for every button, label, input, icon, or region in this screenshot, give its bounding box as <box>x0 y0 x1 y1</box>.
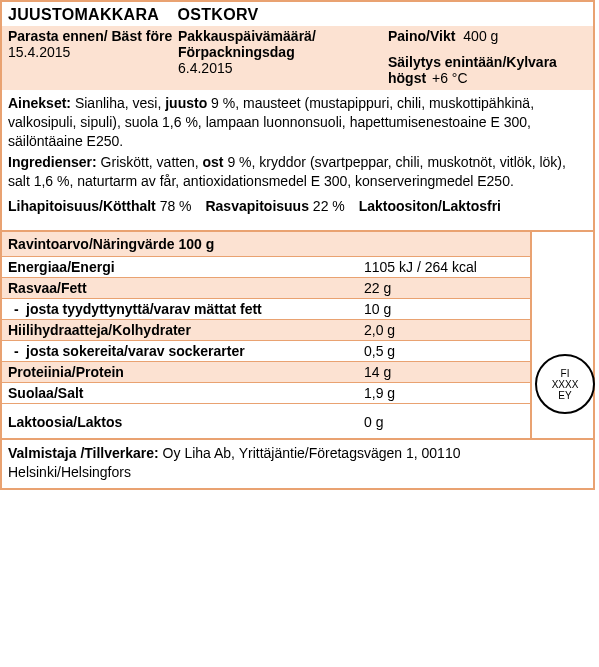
manufacturer-label: Valmistaja /Tillverkare: <box>8 445 159 461</box>
stamp-line-1: FI <box>561 368 570 379</box>
packdate-value: 6.4.2015 <box>178 60 388 76</box>
nutrition-sublabel: josta tyydyttynyttä/varav mättat fett <box>8 301 364 317</box>
storage-label: Säilytys enintään/Kylvara högst <box>388 54 557 86</box>
fat-value: 22 % <box>313 198 345 214</box>
fat-label: Rasvapitoisuus <box>205 198 308 214</box>
nutrition-row: josta tyydyttynyttä/varav mättat fett10 … <box>2 298 530 319</box>
header-block: Parasta ennen/ Bäst före 15.4.2015 Pakka… <box>2 26 593 90</box>
bestbefore-value: 15.4.2015 <box>8 44 178 60</box>
percentages-row: Lihapitoisuus/Kötthalt 78 % Rasvapitoisu… <box>2 196 593 220</box>
title-sv: OSTKORV <box>178 6 259 23</box>
nutrition-value: 22 g <box>364 280 524 296</box>
meat-value: 78 % <box>160 198 192 214</box>
nutrition-label: Energiaa/Energi <box>8 259 364 275</box>
nutrition-header: Ravintoarvo/Näringvärde 100 g <box>2 232 530 256</box>
nutrition-label: Proteiinia/Protein <box>8 364 364 380</box>
packdate-col: Pakkauspäivämäärä/ Förpackningsdag 6.4.2… <box>178 28 388 86</box>
ingredients-block: Ainekset: Sianliha, vesi, juusto 9 %, ma… <box>2 90 593 196</box>
nutrition-row: Rasvaa/Fett22 g <box>2 277 530 298</box>
nutrition-block: Ravintoarvo/Näringvärde 100 g Energiaa/E… <box>2 230 593 440</box>
identification-stamp: FI XXXX EY <box>535 354 595 414</box>
lactose-label: Laktoosia/Laktos <box>8 414 364 430</box>
nutrition-value: 0,5 g <box>364 343 524 359</box>
bestbefore-col: Parasta ennen/ Bäst före 15.4.2015 <box>8 28 178 86</box>
weight-value: 400 g <box>463 28 498 44</box>
nutrition-row: Suolaa/Salt1,9 g <box>2 382 530 403</box>
nutrition-row: Hiilihydraatteja/Kolhydrater2,0 g <box>2 319 530 340</box>
weight-label: Paino/Vikt <box>388 28 455 44</box>
nutrition-sublabel: josta sokereita/varav sockerarter <box>8 343 364 359</box>
nutrition-value: 1,9 g <box>364 385 524 401</box>
ingredients-fi: Ainekset: Sianliha, vesi, juusto 9 %, ma… <box>8 94 587 151</box>
nutrition-value: 1105 kJ / 264 kcal <box>364 259 524 275</box>
nutrition-row: josta sokereita/varav sockerarter0,5 g <box>2 340 530 361</box>
title-fi: JUUSTOMAKKARA <box>8 6 159 23</box>
lactosefree-label: Laktoositon/Laktosfri <box>359 198 501 214</box>
nutrition-value: 10 g <box>364 301 524 317</box>
nutrition-row: Energiaa/Energi1105 kJ / 264 kcal <box>2 256 530 277</box>
nutrition-value: 14 g <box>364 364 524 380</box>
nutrition-value: 2,0 g <box>364 322 524 338</box>
nutrition-label: Hiilihydraatteja/Kolhydrater <box>8 322 364 338</box>
lactose-value: 0 g <box>364 414 524 430</box>
nutrition-label: Suolaa/Salt <box>8 385 364 401</box>
ingredients-sv-label: Ingredienser: <box>8 154 97 170</box>
meat-label: Lihapitoisuus/Kötthalt <box>8 198 156 214</box>
nutrition-label: Rasvaa/Fett <box>8 280 364 296</box>
packdate-label: Pakkauspäivämäärä/ Förpackningsdag <box>178 28 388 60</box>
manufacturer-block: Valmistaja /Tillverkare: Oy Liha Ab, Yri… <box>2 440 593 488</box>
storage-value: +6 °C <box>432 70 468 86</box>
bestbefore-label: Parasta ennen/ Bäst före <box>8 28 178 44</box>
lactose-row: Laktoosia/Laktos 0 g <box>2 403 530 438</box>
ingredients-sv: Ingredienser: Griskött, vatten, ost 9 %,… <box>8 153 587 191</box>
stamp-line-2: XXXX <box>552 379 579 390</box>
stamp-line-3: EY <box>558 390 571 401</box>
product-label: JUUSTOMAKKARA OSTKORV Parasta ennen/ Bäs… <box>0 0 595 490</box>
product-title: JUUSTOMAKKARA OSTKORV <box>2 2 593 26</box>
weight-storage-col: Paino/Vikt 400 g Säilytys enintään/Kylva… <box>388 28 587 86</box>
ingredients-fi-label: Ainekset: <box>8 95 71 111</box>
nutrition-row: Proteiinia/Protein14 g <box>2 361 530 382</box>
